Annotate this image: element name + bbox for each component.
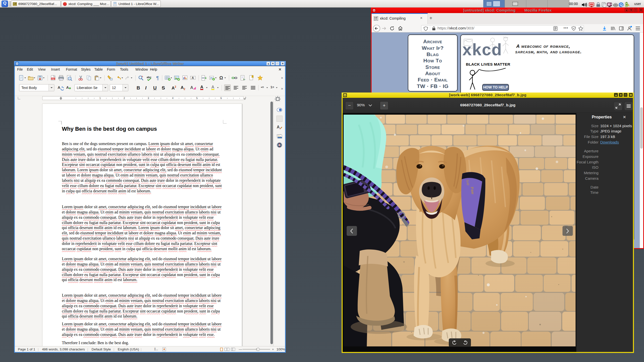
svg-text:1▾: 1▾ (210, 77, 213, 79)
svg-text:PDF: PDF (52, 78, 55, 80)
svg-text:1₂: 1₂ (243, 78, 245, 80)
svg-text:A: A (277, 125, 280, 129)
svg-text:A: A (58, 85, 60, 89)
svg-text:Ω: Ω (219, 75, 223, 80)
svg-text:A: A (66, 85, 69, 89)
svg-text:¶: ¶ (156, 75, 159, 81)
svg-text:A: A (192, 76, 194, 80)
